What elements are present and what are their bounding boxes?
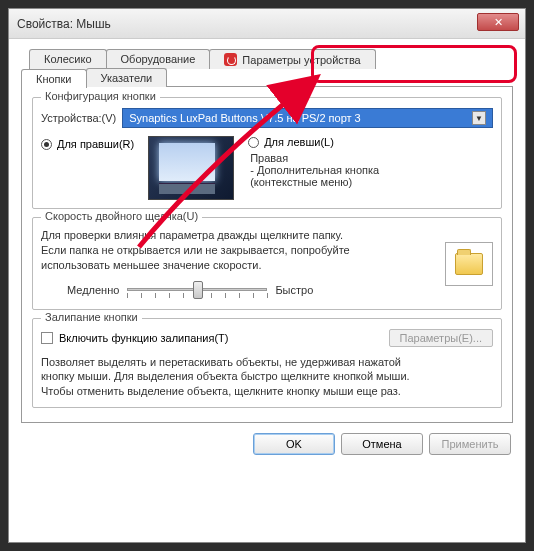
window-title: Свойства: Мышь [17,17,111,31]
right-button-heading: Правая [248,152,493,164]
device-select-value: Synaptics LuxPad Buttons V7.5 на PS/2 по… [129,112,360,124]
tab-buttons[interactable]: Кнопки [21,69,87,88]
double-click-speed-group: Скорость двойного щелчка(U) Для проверки… [32,217,502,310]
right-button-desc2: (контекстные меню) [248,176,493,188]
touchpad-preview-image [148,136,234,200]
mouse-properties-dialog: Свойства: Мышь ✕ Колесико Оборудование П… [8,8,526,543]
speed-hint: Для проверки влияния параметра дважды ще… [41,228,435,273]
click-lock-params-button: Параметры(E)... [389,329,493,347]
double-click-speed-slider[interactable] [127,279,267,301]
group-title-sticky: Залипание кнопки [41,311,142,323]
group-title-speed: Скорость двойного щелчка(U) [41,210,202,222]
tab-device-params-label: Параметры устройства [242,54,360,66]
click-lock-label: Включить функцию залипания(T) [59,332,229,344]
tab-wheel[interactable]: Колесико [29,49,107,69]
tabs-row-foreground: Кнопки Указатели [21,68,513,87]
radio-right-handed[interactable]: Для правши(R) [41,138,134,150]
device-label: Устройства:(V) [41,112,116,124]
radio-left-label: Для левши(L) [264,136,334,148]
radio-right-label: Для правши(R) [57,138,134,150]
tab-panel-buttons: Конфигурация кнопки Устройства:(V) Synap… [21,86,513,423]
ok-button[interactable]: OK [253,433,335,455]
radio-left-handed[interactable]: Для левши(L) [248,136,334,148]
apply-button: Применить [429,433,511,455]
click-lock-checkbox-row[interactable]: Включить функцию залипания(T) [41,332,229,344]
tab-pointers[interactable]: Указатели [86,68,168,87]
radio-icon [248,137,259,148]
checkbox-icon [41,332,53,344]
click-lock-group: Залипание кнопки Включить функцию залипа… [32,318,502,409]
button-config-group: Конфигурация кнопки Устройства:(V) Synap… [32,97,502,209]
tabs-row-background: Колесико Оборудование Параметры устройст… [29,49,513,69]
tab-device-params[interactable]: Параметры устройства [209,49,375,69]
tab-hardware[interactable]: Оборудование [106,49,211,69]
cancel-button[interactable]: Отмена [341,433,423,455]
slider-label-fast: Быстро [275,284,313,296]
slider-label-slow: Медленно [67,284,119,296]
synaptics-icon [224,53,237,66]
titlebar[interactable]: Свойства: Мышь ✕ [9,9,525,39]
folder-icon [455,253,483,275]
chevron-down-icon: ▼ [472,111,486,125]
right-button-desc1: - Дополнительная кнопка [248,164,493,176]
radio-icon [41,139,52,150]
double-click-test-area[interactable] [445,242,493,286]
close-icon: ✕ [494,16,503,29]
click-lock-description: Позволяет выделять и перетаскивать объек… [41,355,493,400]
device-select[interactable]: Synaptics LuxPad Buttons V7.5 на PS/2 по… [122,108,493,128]
dialog-footer: OK Отмена Применить [9,423,525,465]
close-button[interactable]: ✕ [477,13,519,31]
group-title-config: Конфигурация кнопки [41,90,160,102]
